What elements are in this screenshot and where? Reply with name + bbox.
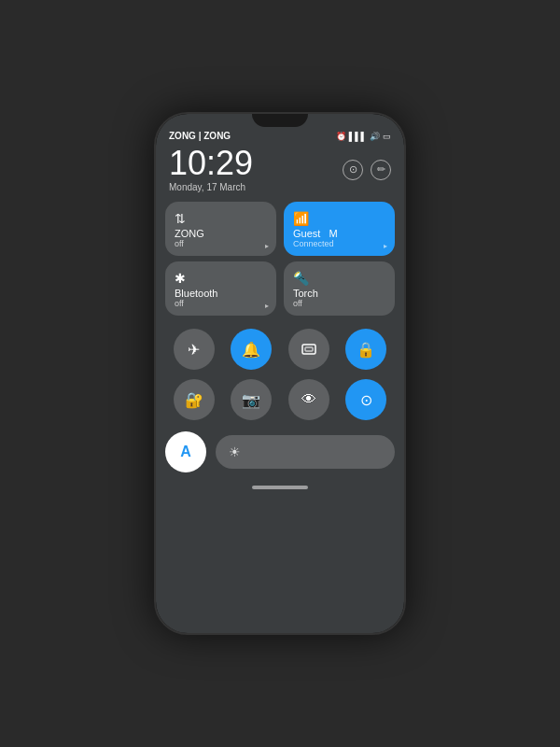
alarm-icon: ⏰ (336, 132, 346, 141)
icon-grid: ✈ 🔔 🔒 🔐 📷 👁 ⊙ (156, 319, 404, 426)
torch-label: Torch (293, 288, 385, 299)
torch-sub: off (293, 299, 385, 308)
theme-button[interactable]: ⊙ (345, 379, 386, 420)
camera-button[interactable]: 📷 (231, 379, 272, 420)
auto-brightness-button[interactable]: A (165, 431, 206, 472)
notification-button[interactable]: 🔔 (231, 329, 272, 370)
status-icons: ⏰ ▌▌▌ 🔊 ▭ (336, 132, 391, 141)
clock-time: 10:29 (169, 147, 253, 180)
lock-button[interactable]: 🔐 (174, 379, 215, 420)
airplane-mode-button[interactable]: ✈ (174, 329, 215, 370)
zong-icon: ⇅ (175, 211, 267, 226)
clock-date: Monday, 17 March (169, 182, 253, 192)
phone-notch (252, 114, 308, 127)
tile-row-2: ✱ Bluetooth off ▸ 🔦 Torch off (165, 261, 395, 316)
tile-zong[interactable]: ⇅ ZONG off ▸ (165, 202, 276, 256)
bottom-row: A ☀ (156, 426, 404, 478)
quick-tiles: ⇅ ZONG off ▸ 📶 Guest M Connected ▸ ✱ Blu… (156, 198, 404, 319)
svg-rect-0 (302, 345, 315, 354)
svg-rect-1 (305, 347, 313, 351)
phone-screen: ZONG | ZONG ⏰ ▌▌▌ 🔊 ▭ 10:29 Monday, 17 M… (156, 114, 404, 633)
tile-row-1: ⇅ ZONG off ▸ 📶 Guest M Connected ▸ (165, 202, 395, 256)
nav-bar (156, 478, 404, 495)
zong-sub: off (175, 239, 267, 248)
auto-label: A (180, 444, 191, 460)
tile-bluetooth[interactable]: ✱ Bluetooth off ▸ (165, 261, 276, 316)
settings-icon[interactable]: ⊙ (343, 160, 363, 180)
battery-icon: ▭ (383, 132, 391, 141)
home-indicator[interactable] (252, 486, 308, 489)
wifi-label: Guest M (293, 228, 385, 239)
bluetooth-arrow: ▸ (265, 302, 269, 310)
screen-lock-button[interactable]: 🔒 (345, 329, 386, 370)
bluetooth-icon: ✱ (175, 271, 267, 286)
signal-bars-icon: ▌▌▌ (349, 132, 367, 141)
wifi-arrow: ▸ (384, 242, 387, 250)
zong-arrow: ▸ (265, 242, 269, 250)
wifi-tile-icon: 📶 (293, 211, 385, 226)
bluetooth-label: Bluetooth (175, 288, 267, 299)
phone-device: ZONG | ZONG ⏰ ▌▌▌ 🔊 ▭ 10:29 Monday, 17 M… (154, 112, 406, 635)
time-row: 10:29 Monday, 17 March ⊙ ✏ (156, 145, 404, 198)
screen-cast-button[interactable] (288, 329, 329, 370)
edit-icon[interactable]: ✏ (371, 160, 391, 180)
icon-row-2: 🔐 📷 👁 ⊙ (165, 379, 395, 420)
brightness-slider[interactable]: ☀ (216, 435, 395, 469)
zong-label: ZONG (175, 228, 267, 239)
icon-row-1: ✈ 🔔 🔒 (165, 329, 395, 370)
clock-block: 10:29 Monday, 17 March (169, 147, 253, 192)
wifi-sub: Connected (293, 239, 385, 248)
tile-wifi[interactable]: 📶 Guest M Connected ▸ (284, 202, 395, 256)
brightness-icon: ☀ (229, 444, 241, 459)
bluetooth-sub: off (175, 299, 267, 308)
torch-icon: 🔦 (293, 271, 385, 286)
wifi-icon: 🔊 (370, 132, 380, 141)
quick-access-icons: ⊙ ✏ (343, 160, 391, 180)
carrier-label: ZONG | ZONG (169, 131, 231, 141)
tile-torch[interactable]: 🔦 Torch off (284, 261, 395, 316)
eye-button[interactable]: 👁 (288, 379, 329, 420)
